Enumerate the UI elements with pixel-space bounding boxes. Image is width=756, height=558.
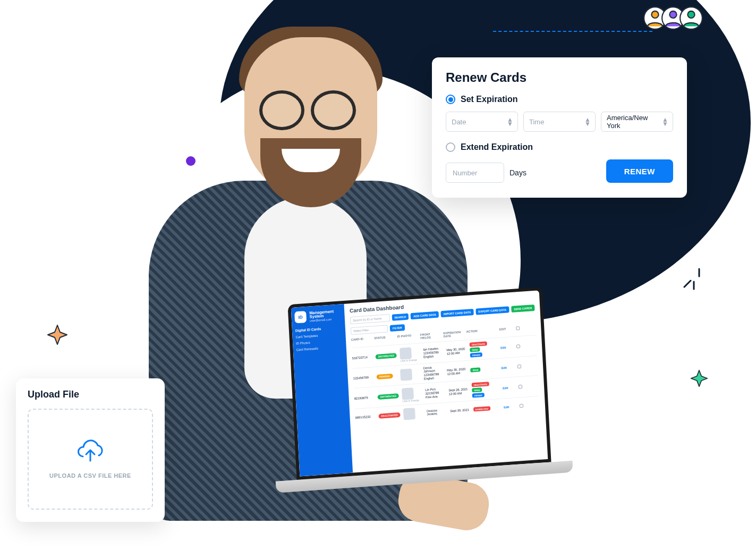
action-send[interactable]: SEND [472,387,482,392]
extend-expiration-option[interactable]: Extend Expiration [446,142,673,152]
checkbox-icon[interactable] [519,385,522,388]
avatar [400,347,412,360]
stepper-icon: ▲▼ [584,117,590,126]
filter-placeholder: Select Filter [353,328,369,333]
date-select[interactable]: Date ▲▼ [446,112,518,132]
filter-select[interactable]: Select Filter [351,325,388,335]
cell-status: DISTRIBUTED [377,393,399,400]
cell-card-id: 123456789 [353,375,373,380]
avatar [400,368,412,381]
th-status: STATUS [374,335,394,343]
cell-actions: DEACTIVATESENDRENEW [472,382,492,398]
edit-link[interactable]: Edit [500,346,506,350]
laptop-mockup: ID Management System user@email.com Digi… [287,285,573,492]
sidebar-nav-item[interactable]: Card Templates [295,332,342,339]
status-badge: DISTRIBUTED [377,393,399,400]
th-fields: FRONT FIELDS [420,332,440,340]
checkbox-icon[interactable] [516,344,520,348]
th-action: ACTION [466,328,490,336]
renew-button[interactable]: RENEW [606,159,673,183]
th-exp: EXPIRATION DATE [443,330,463,338]
action-download[interactable]: DOWNLOAD [473,406,490,411]
action-send[interactable]: SEND [470,367,481,372]
export-card-button[interactable]: EXPORT CARD DATA [475,306,509,315]
cell-status: DISTRIBUTED [375,353,397,359]
cell-actions: SEND [470,367,491,373]
cell-edit: Edit [494,366,514,370]
cell-select [516,343,537,349]
edit-link[interactable]: Edit [501,366,507,370]
accent-lines-icon [679,266,706,294]
cloud-upload-icon [75,439,105,464]
cell-front-fields: Lin Pen32158789Fine Arts [425,387,446,399]
extend-expiration-label: Extend Expiration [461,142,533,152]
cell-card-id: 516723714 [352,355,372,360]
brand-badge: ID [294,311,307,324]
stepper-icon: ▲▼ [507,117,512,126]
send-cards-button[interactable]: SEND CARDS [511,305,535,312]
action-renew[interactable]: RENEW [472,393,485,398]
radio-on-icon[interactable] [446,95,455,104]
dashboard-title: Card Data Dashboard [350,304,404,314]
checkbox-icon[interactable] [516,326,520,330]
set-expiration-option[interactable]: Set Expiration [446,95,673,104]
action-renew[interactable]: RENEW [470,352,482,358]
cell-front-fields: Desiree Jenkins [427,408,447,416]
upload-dropzone[interactable]: UPLOAD A CSV FILE HERE [28,409,153,510]
cell-photo [403,407,424,420]
action-send[interactable]: SEND [470,347,480,352]
cell-select [517,363,538,369]
sidebar-nav-item[interactable]: ID Photos [296,339,343,345]
cell-edit: Edit [495,386,515,391]
cell-select [519,384,539,390]
cell-photo: Click to Enlarge [402,387,422,403]
th-edit: EDIT [492,327,513,335]
sparkle-icon [47,324,68,348]
filter-button[interactable]: FILTER [390,324,405,332]
import-card-button[interactable]: IMPORT CARD DATA [441,309,474,317]
cell-expiration: Sept 28, 202112:00 AM [448,387,469,395]
upload-file-card: Upload File UPLOAD A CSV FILE HERE [16,378,165,522]
search-button[interactable]: SEARCH [392,314,409,321]
timezone-value: America/New York [607,114,662,130]
laptop-screen: ID Management System user@email.com Digi… [287,287,551,480]
status-badge: DEACTIVATED [378,412,401,419]
th-photo: ID PHOTO [397,334,417,342]
upload-title: Upload File [28,389,153,400]
status-badge: DISTRIBUTED [375,353,397,359]
radio-off-icon[interactable] [446,142,455,152]
search-placeholder: Search by ID or Name [353,317,382,322]
time-select[interactable]: Time ▲▼ [523,112,596,132]
cell-photo: Click to Enlarge [400,346,420,362]
cell-expiration: Sept 30, 2021 [450,408,470,413]
avatar [402,387,414,400]
edit-link[interactable]: Edit [504,405,509,409]
sidebar-nav-item[interactable]: Card Renewals [296,345,343,351]
people-icons-cluster [649,6,703,30]
sidebar-nav-title[interactable]: Digital ID Cards [295,325,342,332]
action-deactivate[interactable]: DEACTIVATE [472,382,489,387]
svg-point-1 [651,11,658,18]
time-placeholder: Time [529,118,544,126]
checkbox-icon[interactable] [517,365,521,368]
number-input[interactable]: Number [446,163,504,183]
search-input[interactable]: Search by ID or Name [350,314,390,324]
brand-block: ID Management System user@email.com [294,308,342,323]
renew-title: Renew Cards [446,70,673,85]
number-placeholder: Number [453,169,477,177]
cell-card-id: 989115232 [355,415,376,419]
svg-point-5 [687,11,694,18]
status-badge: PENDING [377,373,393,379]
timezone-select[interactable]: America/New York ▲▼ [601,112,673,132]
add-card-button[interactable]: ADD CARD DATA [411,311,439,320]
checkbox-icon[interactable] [520,404,523,408]
action-deactivate[interactable]: DEACTIVATE [470,341,487,346]
edit-link[interactable]: Edit [503,386,508,390]
cell-actions: DEACTIVATESENDRENEW [470,341,490,358]
th-select [516,325,536,333]
upload-drop-label: UPLOAD A CSV FILE HERE [49,472,131,479]
cell-edit: Edit [496,405,516,410]
sparkle-icon [690,369,708,390]
cell-photo [400,368,421,381]
cell-front-fields: Ian Dawkin123456789English [423,346,444,359]
